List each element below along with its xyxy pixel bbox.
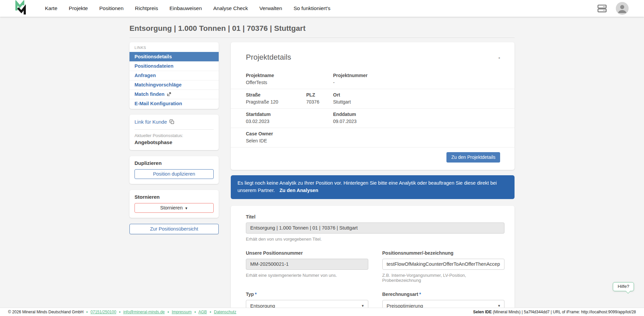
field-value: - [333, 80, 499, 85]
titel-label: Titel [246, 214, 504, 219]
footer-separator: • [167, 310, 169, 314]
links-card-header: LINKS [129, 42, 219, 52]
field-value: Selen IDE [246, 138, 499, 143]
top-navbar: Karte Projekte Positionen Richtpreis Ein… [0, 0, 644, 17]
footer-separator: • [195, 310, 196, 314]
nav-item-analyse-check[interactable]: Analyse Check [213, 5, 248, 11]
footer-impressum-link[interactable]: Impressum [172, 310, 192, 314]
footer-agb-link[interactable]: AGB [199, 310, 207, 314]
footer-session-text: (Mineral Minds) | 5a7f4d344dd7 | URL of … [492, 310, 636, 314]
footer-user-name: Selen IDE [473, 310, 492, 314]
field-label: Projektname [246, 73, 333, 78]
brand-logo[interactable] [13, 0, 28, 16]
field-label: PLZ [306, 92, 333, 98]
caret-down-icon: ▼ [497, 304, 501, 308]
banner-text: Es liegt noch keine Analytik zu Ihrer Po… [237, 180, 497, 193]
field-value: 03.02.2023 [246, 119, 333, 124]
main-nav: Karte Projekte Positionen Richtpreis Ein… [45, 5, 330, 11]
cancel-card-header: Stornieren [135, 194, 214, 200]
field-label: Case Owner [246, 131, 499, 136]
required-asterisk: * [419, 292, 421, 297]
copyright-text: © 2026 Mineral Minds Deutschland GmbH [8, 310, 84, 314]
sidebar-item-positionsdateien[interactable]: Positionsdateien [129, 61, 219, 71]
footer-email-link[interactable]: info@mineral-minds.de [123, 310, 165, 314]
cancel-button-label: Stornieren [160, 205, 183, 210]
nav-item-richtpreis[interactable]: Richtpreis [135, 5, 158, 11]
go-to-analyses-link[interactable]: Zu den Analysen [279, 188, 318, 193]
our-position-number-helper: Erhält eine systemgenerierte Nummer von … [246, 273, 368, 278]
nav-item-verwalten[interactable]: Verwalten [259, 5, 282, 11]
our-position-number-label: Unsere Positionsnummer [246, 250, 368, 256]
footer-separator: • [210, 310, 211, 314]
project-details-card: Projektdetails - Projektname OfferTests … [231, 42, 515, 170]
nav-item-projekte[interactable]: Projekte [69, 5, 88, 11]
duplicate-card-header: Duplizieren [135, 160, 214, 166]
footer-session-info: Selen IDE (Mineral Minds) | 5a7f4d344dd7… [473, 310, 636, 314]
position-form-card: Titel Erhält den von uns vorgegebenen Ti… [231, 206, 515, 316]
footer-phone-link[interactable]: 07151/250100 [91, 310, 116, 314]
berechnungsart-label-text: Berechnungsart [382, 292, 418, 297]
field-label: Projektnummer [333, 73, 499, 78]
analytics-info-banner: Es liegt noch keine Analytik zu Ihrer Po… [231, 175, 515, 199]
external-link-icon [167, 92, 171, 97]
field-label: Ort [333, 92, 499, 98]
help-button[interactable]: Hilfe? [613, 282, 634, 291]
project-row-name-number: Projektname OfferTests Projektnummer - [231, 70, 515, 89]
nav-item-einbauweisen[interactable]: Einbauweisen [169, 5, 202, 11]
customer-link[interactable]: Link für Kunde [135, 119, 174, 125]
position-status-label: Aktueller Positionsstatus: [135, 133, 214, 138]
field-value: 70376 [306, 99, 333, 105]
project-row-owner: Case Owner Selen IDE [231, 128, 515, 147]
field-label: Enddatum [333, 112, 499, 117]
footer-separator: • [119, 310, 120, 314]
server-status-icon[interactable] [597, 4, 607, 13]
links-card: LINKS Positionsdetails Positionsdateien … [129, 42, 219, 109]
titel-helper-text: Erhält den von uns vorgegebenen Titel. [246, 237, 504, 242]
field-value: 09.07.2023 [333, 119, 499, 124]
sidebar-item-anfragen[interactable]: Anfragen [129, 71, 219, 80]
footer-datenschutz-link[interactable]: Datenschutz [214, 310, 236, 314]
field-value: OfferTests [246, 80, 333, 85]
nav-item-karte[interactable]: Karte [45, 5, 57, 11]
position-overview-button[interactable]: Zur Positionsübersicht [129, 224, 219, 234]
cancel-card: Stornieren Stornieren▼ [129, 190, 219, 218]
go-to-project-details-button[interactable]: Zu den Projektdetails [446, 152, 500, 163]
nav-item-so-funktionierts[interactable]: So funktioniert's [293, 5, 330, 11]
position-number-input[interactable] [382, 259, 505, 270]
field-value: Stuttgart [333, 99, 499, 105]
field-value: Pragstraße 120 [246, 99, 306, 105]
mineral-minds-logo-icon [13, 0, 28, 16]
project-row-dates: Startdatum 03.02.2023 Enddatum 09.07.202… [231, 108, 515, 128]
typ-label-text: Typ [246, 292, 254, 297]
sidebar-item-label: Match finden [135, 91, 164, 97]
project-details-title: Projektdetails [246, 53, 291, 62]
cancel-dropdown-button[interactable]: Stornieren▼ [135, 203, 214, 213]
position-status-value: Angebotsphase [135, 139, 214, 145]
customer-link-label: Link für Kunde [135, 119, 167, 125]
sidebar-item-email-konfiguration[interactable]: E-Mail Konfiguration [129, 99, 219, 108]
field-label: Startdatum [246, 112, 333, 117]
required-asterisk: * [255, 292, 257, 297]
position-number-label: Positionsnummer/-bezeichnung [382, 250, 505, 256]
footer-legal: © 2026 Mineral Minds Deutschland GmbH • … [8, 310, 236, 314]
berechnungsart-label: Berechnungsart* [382, 292, 505, 297]
footer: © 2026 Mineral Minds Deutschland GmbH • … [0, 308, 644, 316]
caret-down-icon: ▼ [185, 206, 188, 210]
sidebar-item-match-finden[interactable]: Match finden [129, 89, 219, 99]
nav-item-positionen[interactable]: Positionen [99, 5, 123, 11]
divider [135, 129, 214, 130]
typ-label: Typ* [246, 292, 368, 297]
left-sidebar: LINKS Positionsdetails Positionsdateien … [129, 42, 219, 234]
main-content: Projektdetails - Projektname OfferTests … [231, 42, 515, 316]
titel-input [246, 223, 504, 234]
field-label: Straße [246, 92, 306, 98]
sidebar-item-matchingvorschlaege[interactable]: Matchingvorschläge [129, 80, 219, 89]
duplicate-position-button[interactable]: Position duplizieren [135, 169, 214, 179]
position-number-helper: Z.B. Interne-Vorgangsnummer, LV-Position… [382, 273, 505, 283]
user-avatar[interactable] [616, 2, 629, 15]
sidebar-item-positionsdetails[interactable]: Positionsdetails [129, 52, 219, 61]
duplicate-card: Duplizieren Position duplizieren [129, 156, 219, 184]
project-row-address: Straße Pragstraße 120 PLZ 70376 Ort Stut… [231, 89, 515, 108]
our-position-number-input [246, 259, 368, 270]
collapse-minus-icon[interactable]: - [498, 53, 500, 60]
